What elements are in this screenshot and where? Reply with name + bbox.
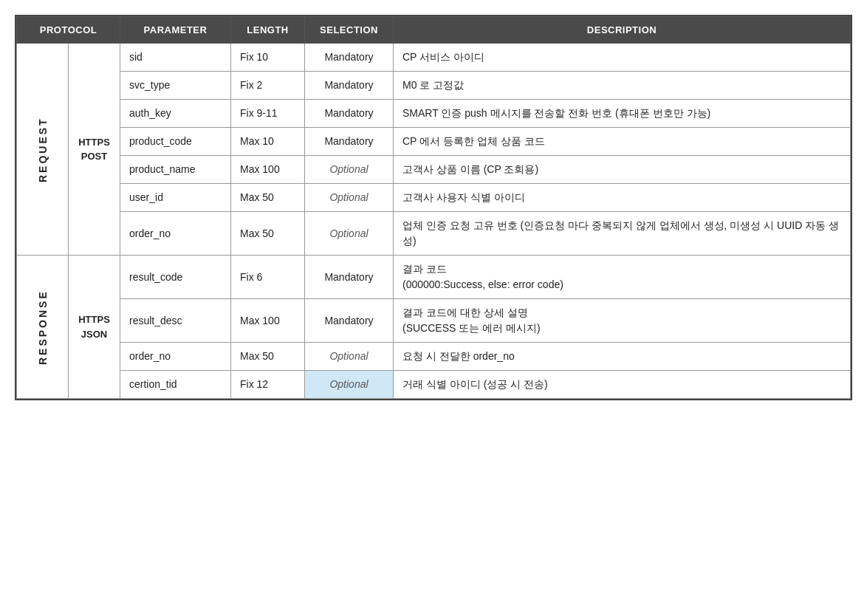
param-orderno: order_no bbox=[120, 212, 231, 256]
request-row-4: product_code Max 10 Mandatory CP 에서 등록한 … bbox=[17, 128, 851, 156]
param-certiontid: certion_tid bbox=[120, 371, 231, 399]
selection-resp-orderno: Optional bbox=[305, 343, 394, 371]
selection-productcode: Mandatory bbox=[305, 128, 394, 156]
selection-certiontid: Optional bbox=[305, 371, 394, 399]
desc-resp-orderno: 요청 시 전달한 order_no bbox=[394, 343, 851, 371]
header-description: DESCRIPTION bbox=[394, 17, 851, 44]
request-sub-label: HTTPS POST bbox=[69, 44, 120, 256]
desc-orderno: 업체 인증 요청 고유 번호 (인증요청 마다 중복되지 않게 업체에서 생성,… bbox=[394, 212, 851, 256]
request-row-7: order_no Max 50 Optional 업체 인증 요청 고유 번호 … bbox=[17, 212, 851, 256]
length-svctype: Fix 2 bbox=[231, 72, 305, 100]
api-table: PROTOCOL PARAMETER LENGTH SELECTION DESC… bbox=[15, 15, 852, 400]
desc-certiontid: 거래 식별 아이디 (성공 시 전송) bbox=[394, 371, 851, 399]
param-productcode: product_code bbox=[120, 128, 231, 156]
desc-authkey: SMART 인증 push 메시지를 전송할 전화 번호 (휴대폰 번호만 가능… bbox=[394, 100, 851, 128]
length-resultdesc: Max 100 bbox=[231, 299, 305, 343]
selection-productname: Optional bbox=[305, 156, 394, 184]
desc-svctype: M0 로 고정값 bbox=[394, 72, 851, 100]
response-row-1: RESPONSE HTTPS JSON result_code Fix 6 Ma… bbox=[17, 256, 851, 299]
param-svctype: svc_type bbox=[120, 72, 231, 100]
selection-sid: Mandatory bbox=[305, 44, 394, 72]
length-certiontid: Fix 12 bbox=[231, 371, 305, 399]
length-resp-orderno: Max 50 bbox=[231, 343, 305, 371]
desc-sid: CP 서비스 아이디 bbox=[394, 44, 851, 72]
table-header: PROTOCOL PARAMETER LENGTH SELECTION DESC… bbox=[17, 17, 851, 44]
param-userid: user_id bbox=[120, 184, 231, 212]
response-sub-label: HTTPS JSON bbox=[69, 256, 120, 399]
param-resp-orderno: order_no bbox=[120, 343, 231, 371]
param-sid: sid bbox=[120, 44, 231, 72]
length-resultcode: Fix 6 bbox=[231, 256, 305, 299]
request-row-2: svc_type Fix 2 Mandatory M0 로 고정값 bbox=[17, 72, 851, 100]
response-row-2: result_desc Max 100 Mandatory 결과 코드에 대한 … bbox=[17, 299, 851, 343]
request-row-1: REQUEST HTTPS POST sid Fix 10 Mandatory … bbox=[17, 44, 851, 72]
length-authkey: Fix 9-11 bbox=[231, 100, 305, 128]
selection-userid: Optional bbox=[305, 184, 394, 212]
selection-resultcode: Mandatory bbox=[305, 256, 394, 299]
selection-orderno: Optional bbox=[305, 212, 394, 256]
length-productname: Max 100 bbox=[231, 156, 305, 184]
selection-authkey: Mandatory bbox=[305, 100, 394, 128]
length-productcode: Max 10 bbox=[231, 128, 305, 156]
desc-productcode: CP 에서 등록한 업체 상품 코드 bbox=[394, 128, 851, 156]
header-selection: SELECTION bbox=[305, 17, 394, 44]
request-row-5: product_name Max 100 Optional 고객사 상품 이름 … bbox=[17, 156, 851, 184]
length-userid: Max 50 bbox=[231, 184, 305, 212]
param-authkey: auth_key bbox=[120, 100, 231, 128]
desc-resultcode: 결과 코드 (000000:Success, else: error code) bbox=[394, 256, 851, 299]
desc-userid: 고객사 사용자 식별 아이디 bbox=[394, 184, 851, 212]
selection-svctype: Mandatory bbox=[305, 72, 394, 100]
header-length: LENGTH bbox=[231, 17, 305, 44]
request-protocol-label: REQUEST bbox=[17, 44, 69, 256]
header-protocol: PROTOCOL bbox=[17, 17, 120, 44]
length-sid: Fix 10 bbox=[231, 44, 305, 72]
response-row-4: certion_tid Fix 12 Optional 거래 식별 아이디 (성… bbox=[17, 371, 851, 399]
response-protocol-label: RESPONSE bbox=[17, 256, 69, 399]
request-row-3: auth_key Fix 9-11 Mandatory SMART 인증 pus… bbox=[17, 100, 851, 128]
request-row-6: user_id Max 50 Optional 고객사 사용자 식별 아이디 bbox=[17, 184, 851, 212]
header-parameter: PARAMETER bbox=[120, 17, 231, 44]
length-orderno: Max 50 bbox=[231, 212, 305, 256]
response-row-3: order_no Max 50 Optional 요청 시 전달한 order_… bbox=[17, 343, 851, 371]
desc-resultdesc: 결과 코드에 대한 상세 설명 (SUCCESS 또는 에러 메시지) bbox=[394, 299, 851, 343]
desc-productname: 고객사 상품 이름 (CP 조회용) bbox=[394, 156, 851, 184]
param-productname: product_name bbox=[120, 156, 231, 184]
selection-resultdesc: Mandatory bbox=[305, 299, 394, 343]
param-resultdesc: result_desc bbox=[120, 299, 231, 343]
param-resultcode: result_code bbox=[120, 256, 231, 299]
